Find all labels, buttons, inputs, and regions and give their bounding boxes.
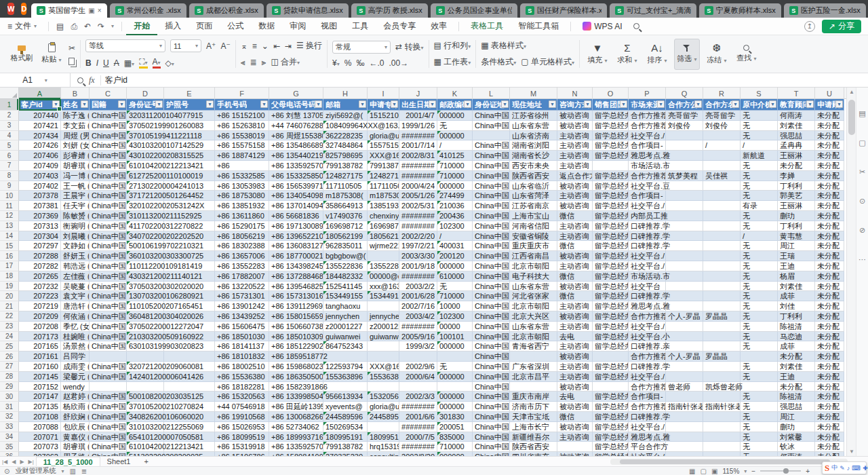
cell[interactable]: 成菲 xyxy=(778,291,815,301)
cell[interactable]: ######## xyxy=(399,161,437,171)
cell[interactable]: 962835011 xyxy=(323,241,368,251)
cell[interactable]: ######## xyxy=(399,131,437,141)
cell[interactable]: 207209 xyxy=(19,311,61,322)
cell[interactable]: +86 1506607386 xyxy=(269,322,323,332)
cell[interactable]: +86 刘慧 137052 xyxy=(269,111,323,121)
填充-button[interactable]: ▼填充 ▾ xyxy=(585,39,610,70)
cell[interactable]: 留学总经办 xyxy=(593,221,629,231)
cell[interactable]: 留学总经办 xyxy=(593,442,629,452)
system-menu-icon[interactable]: ⊙ xyxy=(4,468,9,475)
cell[interactable]: 主动咨询 xyxy=(557,322,593,332)
cell[interactable]: 雅思考点.雅 xyxy=(629,301,666,311)
row-number[interactable]: 24 xyxy=(0,332,19,342)
row-number[interactable]: 10 xyxy=(0,191,19,201)
row-number[interactable]: 14 xyxy=(0,231,19,242)
cell[interactable]: China中国 xyxy=(473,261,510,271)
cell[interactable]: / xyxy=(703,140,741,151)
cell[interactable]: 799138782 xyxy=(323,161,368,171)
tab-table-tools[interactable]: 表格工具 xyxy=(463,18,511,35)
wps-logo-icon[interactable]: W xyxy=(7,3,14,15)
cell[interactable]: 207088 xyxy=(19,422,61,432)
column-header-cell[interactable]: 邮箱▼ xyxy=(323,99,368,111)
cell[interactable] xyxy=(703,241,741,251)
cell[interactable]: +86 13220522 xyxy=(215,282,269,292)
cell[interactable]: China中国 xyxy=(473,301,510,311)
cell[interactable]: 口碑推荐.亲 xyxy=(629,341,666,352)
cell[interactable]: 亮哥留学 xyxy=(703,111,741,121)
ime-keyboard-icon[interactable]: ⌨ xyxy=(852,465,861,472)
cell[interactable]: 留学总经办 xyxy=(593,271,629,282)
cell[interactable]: China中国 xyxy=(473,140,510,151)
cell[interactable]: China中国 xyxy=(473,282,510,292)
cell[interactable]: 102300 xyxy=(437,221,473,231)
cell[interactable]: 蒯玏 xyxy=(778,422,815,432)
cell[interactable] xyxy=(473,131,510,141)
cell[interactable]: 207152 xyxy=(19,382,61,392)
cell[interactable]: 244589596 xyxy=(368,412,399,422)
cell[interactable]: / xyxy=(741,140,778,151)
row-number[interactable]: 21 xyxy=(0,301,19,311)
cell[interactable]: 207265 xyxy=(19,271,61,282)
cell[interactable]: China中国 xyxy=(90,432,127,442)
redo-icon[interactable]: ↷ xyxy=(94,22,108,31)
file-tab[interactable]: S国任财产保险样本.x xyxy=(520,3,607,18)
cell[interactable]: 2005/9/16 xyxy=(399,332,437,342)
cell[interactable]: 无 xyxy=(741,211,778,221)
cell[interactable]: 口碑推荐.学 xyxy=(629,412,666,422)
cell[interactable]: 山东省菏泽 xyxy=(510,191,557,201)
paste-button[interactable]: 粘贴 ▾ xyxy=(39,39,64,70)
cell[interactable] xyxy=(703,201,741,211)
cell[interactable]: 北京大兴区 xyxy=(510,311,557,322)
tab-效率[interactable]: 效率 xyxy=(423,18,454,35)
cell[interactable]: 142401200006041426 xyxy=(127,372,164,382)
strikethrough-button[interactable]: A xyxy=(114,58,119,68)
cell[interactable]: ######## xyxy=(399,221,437,231)
cell[interactable] xyxy=(703,211,741,221)
cell[interactable] xyxy=(666,322,703,332)
cell[interactable]: 山东省东营 xyxy=(510,282,557,292)
cell[interactable]: 社交平台./ xyxy=(629,372,666,382)
cell[interactable]: 合作项目- xyxy=(629,191,666,201)
row-number[interactable]: 33 xyxy=(0,422,19,432)
cell[interactable]: 吕同学 xyxy=(61,352,90,362)
cell[interactable]: 文静如 (女 xyxy=(61,241,90,251)
cell[interactable]: China中国 xyxy=(473,432,510,442)
cell[interactable]: 207426 xyxy=(19,140,61,151)
cell[interactable]: 710000 xyxy=(437,442,473,452)
cell[interactable]: 北京市朝阳 xyxy=(510,332,557,342)
cell[interactable]: China中国 xyxy=(473,211,510,221)
cell[interactable]: 何雨涛 xyxy=(778,111,815,121)
row-number[interactable]: 32 xyxy=(0,412,19,422)
align-bottom-icon[interactable]: ⌄ xyxy=(262,41,269,51)
cell[interactable] xyxy=(127,382,164,392)
cell[interactable]: 410125 xyxy=(437,151,473,161)
cell[interactable]: 去电 xyxy=(557,332,593,342)
normal-view-icon[interactable]: ▦ xyxy=(689,468,695,475)
cell[interactable]: 合作方推荐 xyxy=(629,171,666,181)
filter-dropdown-icon[interactable]: ▼ xyxy=(315,100,322,108)
cell[interactable]: 社交平台 xyxy=(629,282,666,292)
row-number[interactable]: 20 xyxy=(0,291,19,301)
cell[interactable] xyxy=(666,191,703,201)
cell[interactable]: 未分配 xyxy=(778,161,815,171)
column-header-cell[interactable]: 身份证号▼ xyxy=(127,99,164,111)
cell[interactable] xyxy=(703,271,741,282)
ime-pen-icon[interactable]: ✎ xyxy=(840,465,845,472)
share-button[interactable]: ↗分享 xyxy=(822,20,861,33)
cell[interactable]: 被动咨询 xyxy=(557,251,593,261)
cell[interactable]: China中国 xyxy=(473,322,510,332)
next-sheet-icon[interactable]: ▶ xyxy=(18,459,26,465)
cell[interactable]: 广东省深圳 xyxy=(510,362,557,372)
filter-dropdown-icon[interactable]: ▼ xyxy=(81,100,88,108)
cell[interactable]: +86 1859518772 xyxy=(269,352,323,362)
cell[interactable]: 710000 xyxy=(437,171,473,181)
cell[interactable]: hrq153199 xyxy=(368,442,399,452)
table-style-button[interactable]: ▦ 表格样式▾ xyxy=(481,40,574,52)
cell[interactable]: 207147 xyxy=(19,392,61,402)
cell[interactable]: 未分配 xyxy=(778,352,815,362)
cell[interactable]: 湖南省长沙 xyxy=(510,151,557,161)
cell[interactable]: 135522836 xyxy=(368,261,399,271)
cell[interactable]: 胡睿琪 (女 xyxy=(61,161,90,171)
cell[interactable]: 社交平台./ xyxy=(629,201,666,211)
cell[interactable]: 主动咨询 xyxy=(557,301,593,311)
